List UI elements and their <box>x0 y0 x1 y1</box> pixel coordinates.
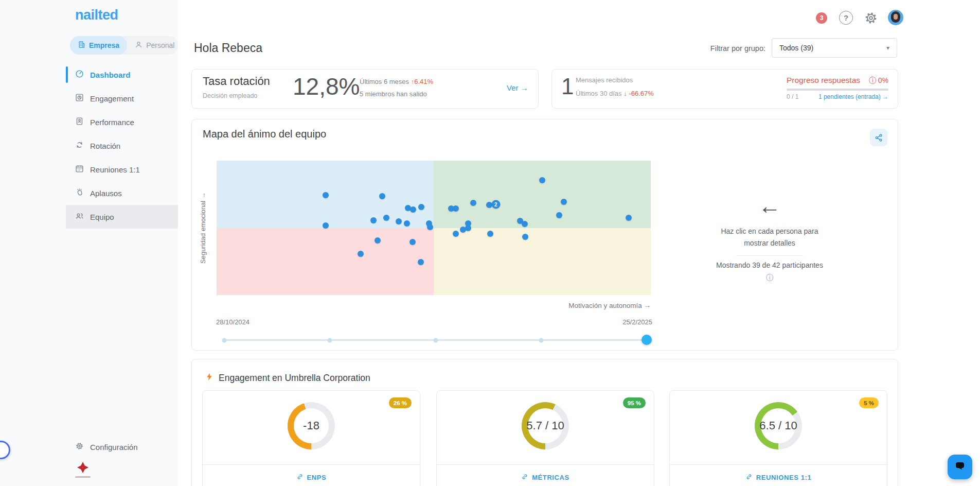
sidebar-item-configuracion[interactable]: Configuración <box>66 437 178 457</box>
sidebar-item-aplausos[interactable]: Aplausos <box>66 181 178 205</box>
tab-personal-label: Personal <box>146 41 174 49</box>
sidebar-item-reuniones[interactable]: Reuniones 1:1 <box>66 158 178 181</box>
scatter-point[interactable] <box>404 220 410 227</box>
meetings-participation-badge: 5 % <box>859 397 879 408</box>
view-rotation-button[interactable]: Ver → <box>507 83 528 92</box>
mood-hint-panel: ← Haz clic en cada persona para mostrar … <box>651 161 888 283</box>
arrow-left-icon: ← <box>651 195 888 217</box>
link-icon <box>521 473 528 482</box>
group-filter-select[interactable]: Todos (39) ▾ <box>772 38 897 58</box>
sidebar-item-engagement[interactable]: Engagement <box>66 86 178 110</box>
timeline-tick[interactable] <box>328 338 332 342</box>
scatter-point[interactable] <box>470 200 476 206</box>
timeline-tick[interactable] <box>433 338 438 342</box>
meetings-gauge-value: 6.5 / 10 <box>755 402 802 449</box>
hint-line-2: mostrar detalles <box>651 237 888 249</box>
mood-map-card: Mapa del ánimo del equipo Seguridad emoc… <box>191 119 898 351</box>
rotation-rate-value: 12,8% <box>293 73 360 100</box>
meetings-gauge-card: 6.5 / 10 5 % REUNIONES 1:1 <box>669 390 887 486</box>
notification-badge[interactable]: 3 <box>816 12 827 24</box>
scatter-point[interactable] <box>539 177 545 183</box>
link-icon <box>745 473 753 482</box>
link-icon <box>296 473 304 482</box>
page-title: Hola Rebeca <box>194 41 262 55</box>
messages-period-label: Últimos 30 días <box>576 90 622 97</box>
umbrella-corporation-logo <box>75 461 91 479</box>
scatter-point[interactable] <box>358 251 364 257</box>
sidebar-item-label: Dashboard <box>90 71 130 79</box>
dashboard-icon <box>75 70 84 80</box>
chat-widget-button[interactable] <box>948 455 972 479</box>
timeline-knob[interactable] <box>642 335 652 345</box>
metrics-gauge-card: 5.7 / 10 95 % MÉTRICAS <box>436 390 654 486</box>
help-icon[interactable]: ? <box>839 11 853 25</box>
sidebar-item-equipo[interactable]: Equipo <box>66 205 178 229</box>
timeline-tick[interactable] <box>539 338 543 342</box>
arrow-right-icon: → <box>521 83 528 92</box>
group-filter-value: Todos (39) <box>779 44 813 52</box>
scatter-point[interactable] <box>522 234 528 240</box>
scatter-point[interactable] <box>561 199 567 205</box>
timeline-track[interactable] <box>224 339 647 341</box>
sidebar-item-label: Aplausos <box>90 189 122 198</box>
filter-group-label: Filtrar por grupo: <box>684 44 765 53</box>
lightning-icon <box>205 372 213 385</box>
scatter-point[interactable] <box>626 215 632 221</box>
sidebar-item-performance[interactable]: Performance <box>66 110 178 134</box>
info-icon[interactable]: ⓘ <box>651 273 888 283</box>
scatter-point[interactable] <box>379 193 385 199</box>
response-progress-title: Progreso respuestas <box>787 76 860 85</box>
metrics-link[interactable]: MÉTRICAS <box>437 473 654 482</box>
scatter-point[interactable] <box>409 239 416 245</box>
response-progress-bar <box>787 89 888 91</box>
refresh-icon <box>75 141 84 151</box>
info-icon: ⓘ <box>869 76 876 84</box>
timeline-end-date: 25/2/2025 <box>622 318 652 326</box>
scatter-point[interactable] <box>418 259 424 265</box>
quadrant-bottom-left <box>217 228 434 296</box>
enps-participation-badge: 26 % <box>389 397 412 408</box>
timeline-slider <box>224 335 647 344</box>
arrow-right-icon: → <box>882 93 888 100</box>
hint-line-1: Haz clic en cada persona para <box>651 225 888 237</box>
scatter-point[interactable] <box>427 224 433 230</box>
scatter-point[interactable] <box>453 205 459 212</box>
scatter-point[interactable] <box>556 212 562 218</box>
tab-empresa[interactable]: Empresa <box>70 36 127 55</box>
scatter-point[interactable] <box>396 218 402 224</box>
scatter-point[interactable] <box>460 227 466 233</box>
scatter-point[interactable] <box>375 237 381 244</box>
scatter-point[interactable] <box>383 215 389 221</box>
scatter-point[interactable] <box>410 206 416 213</box>
calendar-icon <box>75 164 84 175</box>
scatter-point[interactable] <box>487 231 493 237</box>
scatter-point-cluster[interactable]: 2 <box>491 200 500 209</box>
scatter-point[interactable] <box>323 192 329 198</box>
scatter-point[interactable] <box>370 217 377 223</box>
umbrella-logo-caption <box>75 476 91 478</box>
enps-gauge-value: -18 <box>288 402 335 449</box>
user-avatar[interactable] <box>888 10 903 25</box>
people-icon <box>75 212 84 222</box>
messages-title: Mensajes recibidos <box>576 76 633 84</box>
share-icon[interactable] <box>870 129 887 146</box>
sidebar-item-dashboard[interactable]: Dashboard <box>66 63 178 86</box>
sidebar-item-label: Engagement <box>90 94 134 103</box>
pending-responses-link[interactable]: 1 pendientes (entrada) → <box>818 93 888 100</box>
sidebar-item-label: Equipo <box>90 213 114 221</box>
timeline-tick[interactable] <box>222 338 227 342</box>
engagement-section: Engagement en Umbrella Corporation -18 2… <box>191 359 898 486</box>
tab-personal[interactable]: Personal <box>127 36 182 55</box>
settings-gear-icon[interactable] <box>864 11 878 25</box>
scatter-point[interactable] <box>323 222 329 229</box>
sidebar-item-rotacion[interactable]: Rotación <box>66 134 178 158</box>
sidebar: nailted Empresa Personal Dashboard <box>0 0 178 486</box>
scatter-point[interactable] <box>418 204 424 210</box>
quadrant-bottom-right <box>434 228 651 296</box>
rotation-card-subtitle: Decisión empleado <box>203 92 257 99</box>
scatter-point[interactable] <box>453 231 459 237</box>
enps-link[interactable]: ENPS <box>203 473 420 482</box>
meetings-link[interactable]: REUNIONES 1:1 <box>670 473 887 482</box>
rotation-period-label: Últimos 6 meses <box>360 78 409 85</box>
scatter-point[interactable] <box>522 221 528 227</box>
